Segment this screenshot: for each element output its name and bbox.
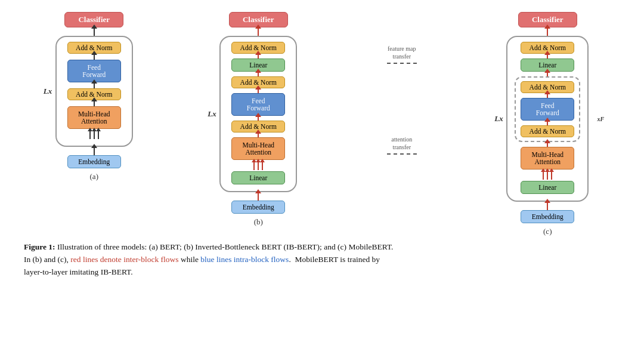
arrow-2a	[94, 82, 95, 88]
embedding-a: Embedding	[67, 155, 121, 168]
attention-b: Multi-HeadAttention	[231, 137, 285, 160]
main-container: Classifier Lx Add & Norm FeedForward Add…	[0, 0, 644, 285]
arrow-b3	[258, 88, 259, 93]
arrow-b5	[258, 133, 259, 137]
arrow-b2	[258, 72, 259, 76]
caption-area: Figure 1: Illustration of three models: …	[12, 236, 632, 279]
attention-line	[387, 153, 417, 155]
diagram-b: Classifier Lx Add & Norm Linear Add & No…	[219, 12, 297, 227]
linear-bot-b: Linear	[231, 171, 285, 184]
arrow-classifier-b	[258, 27, 259, 36]
attention-a: Multi-HeadAttention	[67, 106, 121, 129]
feature-map-label: feature maptransfer	[388, 45, 416, 60]
lx-label-a: Lx	[44, 87, 52, 96]
feature-map-line	[387, 63, 417, 64]
arrow-c1	[547, 54, 548, 58]
arrow-1a	[94, 54, 95, 60]
diagrams-row: Classifier Lx Add & Norm FeedForward Add…	[12, 6, 632, 236]
outer-box-a: Lx Add & Norm FeedForward Add & Norm Mul…	[55, 36, 133, 147]
triple-arrow-a	[89, 131, 99, 139]
attention-c: Multi-HeadAttention	[521, 147, 574, 170]
arrow-c5	[547, 142, 548, 147]
diagram-c: Classifier Lx xF Add & Norm Linear Add &…	[506, 12, 589, 236]
linear-bot-c: Linear	[521, 181, 574, 194]
outer-box-b: Lx Add & Norm Linear Add & Norm FeedForw…	[219, 36, 297, 192]
feature-map-annotation: feature maptransfer attentiontransfer	[384, 45, 420, 155]
diagram-label-a: (a)	[90, 172, 98, 181]
diagram-label-c: (c)	[543, 227, 552, 236]
embedding-b: Embedding	[231, 201, 285, 214]
triple-arrow-c	[543, 171, 552, 180]
attention-transfer-label: attentiontransfer	[391, 135, 412, 151]
arrow-embed-a	[94, 147, 95, 155]
dashed-inner-c: Add & Norm FeedForward Add & Norm	[515, 76, 580, 142]
arrow-embed-b	[258, 192, 259, 201]
add-norm-bot-c: Add & Norm	[521, 125, 574, 137]
arrow-c2	[547, 72, 548, 76]
xf-label: xF	[597, 116, 605, 122]
embedding-c: Embedding	[521, 210, 574, 223]
diagram-a: Classifier Lx Add & Norm FeedForward Add…	[55, 12, 133, 181]
arrow-b1	[258, 54, 259, 58]
arrow-embed-c	[547, 202, 548, 210]
caption-red: red lines denote inter-block flows	[70, 255, 178, 264]
arrow-3a	[94, 100, 95, 106]
arrow-b4	[258, 116, 259, 121]
diagram-label-b: (b)	[254, 217, 263, 227]
arrow-classifier-a	[94, 27, 95, 36]
arrow-c3	[547, 93, 548, 98]
arrow-classifier-c	[547, 27, 548, 36]
arrow-c4	[547, 121, 548, 125]
triple-arrow-b	[253, 162, 263, 170]
caption-blue: blue lines intra-block flows	[200, 255, 289, 264]
caption-bold: Figure 1:	[24, 242, 55, 251]
outer-box-c: Lx xF Add & Norm Linear Add & Norm FeedF…	[506, 36, 589, 202]
caption-text: Figure 1: Illustration of three models: …	[24, 242, 394, 276]
lx-label-b: Lx	[208, 109, 216, 119]
lx-label-c: Lx	[494, 114, 503, 124]
